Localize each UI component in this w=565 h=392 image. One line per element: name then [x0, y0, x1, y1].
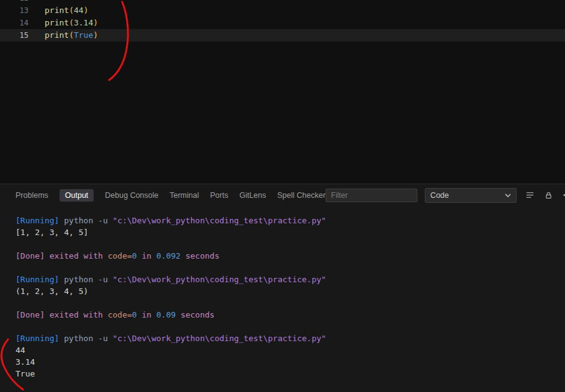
line-number: 14	[0, 17, 29, 29]
code-token: (	[69, 6, 74, 15]
panel-tab-bar: ProblemsOutputDebug ConsoleTerminalPorts…	[0, 184, 565, 206]
output-channel-select[interactable]: Code	[425, 188, 517, 203]
output-segment: 0	[132, 251, 137, 261]
word-wrap-icon[interactable]	[524, 189, 536, 201]
output-segment: "c:\Dev\work_python\coding_test\practice…	[113, 334, 326, 343]
output-segment: 44	[16, 345, 25, 355]
output-log[interactable]: [Running] python -u "c:\Dev\work_python\…	[0, 206, 565, 380]
code-token: 3.14	[74, 18, 93, 27]
output-line: [Running] python -u "c:\Dev\work_python\…	[16, 332, 565, 344]
panel-tab-spell-checker[interactable]: Spell Checker	[277, 191, 326, 200]
bottom-panel: ProblemsOutputDebug ConsoleTerminalPorts…	[0, 184, 565, 392]
vscode-window: 1213print(44)14print(3.14)15print(True) …	[0, 0, 565, 392]
line-number: 15	[0, 29, 29, 42]
panel-tab-output[interactable]: Output	[60, 189, 94, 202]
output-line: 44	[16, 344, 565, 356]
output-line: [1, 2, 3, 4, 5]	[16, 226, 565, 238]
code-text: print(3.14)	[29, 17, 98, 29]
output-segment: [1, 2, 3, 4, 5]	[16, 228, 88, 237]
code-token: True	[74, 30, 93, 40]
code-token: print	[45, 6, 69, 15]
more-actions-icon[interactable]	[561, 189, 565, 201]
output-segment: [Done] exited with	[16, 310, 108, 319]
output-segment: 3.14	[16, 357, 35, 367]
output-line: [Running] python -u "c:\Dev\work_python\…	[16, 215, 565, 226]
output-line	[16, 238, 565, 250]
code-token: (	[69, 30, 74, 40]
filter-input[interactable]	[326, 189, 417, 202]
output-line: 3.14	[16, 356, 565, 368]
output-segment: 0	[132, 310, 137, 319]
output-line: [Done] exited with code=0 in 0.09 second…	[16, 309, 565, 321]
panel-tab-problems[interactable]: Problems	[16, 191, 48, 200]
editor-line-14[interactable]: 14print(3.14)	[0, 17, 565, 29]
output-segment: 0.092	[156, 251, 180, 261]
output-segment: code=	[108, 310, 132, 319]
panel-tab-gitlens[interactable]: GitLens	[239, 191, 266, 200]
code-text: print(True)	[29, 29, 98, 42]
editor-line-12[interactable]: 12	[0, 0, 565, 4]
code-token: )	[84, 6, 89, 15]
code-token: )	[93, 18, 98, 27]
output-line	[16, 297, 565, 309]
chevron-down-icon	[505, 194, 511, 197]
editor-line-13[interactable]: 13print(44)	[0, 4, 565, 17]
panel-tab-ports[interactable]: Ports	[210, 191, 228, 200]
code-token: print	[45, 30, 69, 40]
editor-line-15[interactable]: 15print(True)	[0, 29, 565, 42]
lock-icon[interactable]	[543, 190, 554, 201]
code-token: (	[69, 18, 74, 27]
output-line: (1, 2, 3, 4, 5)	[16, 285, 565, 297]
panel-controls: Code	[326, 188, 565, 203]
line-number: 13	[0, 4, 29, 17]
output-segment: "c:\Dev\work_python\coding_test\practice…	[113, 216, 326, 225]
output-segment: [Running]	[16, 334, 59, 343]
panel-tab-debug-console[interactable]: Debug Console	[105, 191, 158, 200]
output-segment: code=	[108, 251, 132, 261]
output-segment: True	[16, 369, 35, 378]
code-token: print	[45, 18, 69, 27]
output-segment: in	[137, 251, 156, 261]
output-line: [Done] exited with code=0 in 0.092 secon…	[16, 250, 565, 262]
code-token: 44	[74, 6, 84, 15]
output-segment: seconds	[180, 251, 220, 261]
output-segment: [Running]	[16, 216, 59, 225]
output-segment: python -u	[59, 216, 112, 225]
output-segment: [Done] exited with	[16, 251, 108, 261]
code-token: )	[93, 30, 98, 40]
output-line	[16, 321, 565, 332]
code-editor[interactable]: 1213print(44)14print(3.14)15print(True)	[0, 0, 565, 184]
output-segment: python -u	[59, 275, 112, 284]
code-text: print(44)	[29, 4, 88, 17]
output-line	[16, 262, 565, 274]
output-channel-value: Code	[430, 191, 449, 200]
line-number: 12	[0, 0, 29, 4]
output-segment: python -u	[59, 334, 112, 343]
output-segment: 0.09	[156, 310, 176, 319]
panel-tab-terminal[interactable]: Terminal	[170, 191, 199, 200]
panel-tabs: ProblemsOutputDebug ConsoleTerminalPorts…	[16, 189, 326, 202]
output-segment: in	[137, 310, 156, 319]
output-segment: (1, 2, 3, 4, 5)	[16, 287, 88, 296]
output-segment: [Running]	[16, 275, 59, 284]
output-line: [Running] python -u "c:\Dev\work_python\…	[16, 274, 565, 285]
output-segment: seconds	[176, 310, 215, 319]
editor-lines: 1213print(44)14print(3.14)15print(True)	[0, 0, 565, 42]
output-line: True	[16, 368, 565, 380]
output-segment: "c:\Dev\work_python\coding_test\practice…	[113, 275, 326, 284]
